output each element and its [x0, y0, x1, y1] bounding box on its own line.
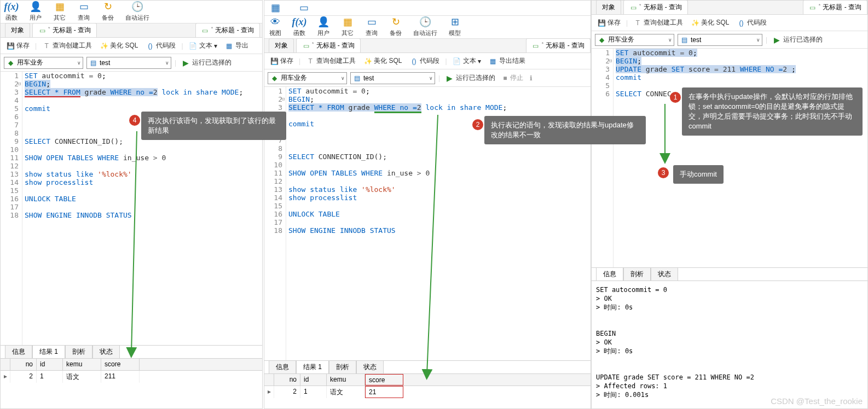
beautify-sql-button[interactable]: ✨美化 SQL: [361, 55, 404, 67]
run-selected-button[interactable]: 运行已选择的: [783, 35, 823, 44]
text-button[interactable]: 📄文本 ▾: [187, 40, 219, 51]
tb-query[interactable]: ▭查询: [77, 0, 90, 22]
doc-tabs: 对象 ▭*无标题 - 查询 ▭*无标题 - 查询: [592, 1, 867, 15]
sql-editor[interactable]: 123456 SET autocommit = 0; ⊟BEGIN; UPDAT…: [592, 49, 867, 267]
tab-untitled-query[interactable]: ▭*无标题 - 查询: [296, 38, 361, 52]
tab-info[interactable]: 信息: [5, 345, 32, 358]
col-id[interactable]: id: [300, 374, 327, 385]
tb-user[interactable]: 👤用户: [317, 15, 330, 37]
snippet-button[interactable]: ()代码段: [734, 17, 769, 28]
tab-status[interactable]: 状态: [356, 360, 384, 373]
tab-object[interactable]: 对象: [269, 38, 294, 52]
stop-icon: ■: [503, 74, 507, 82]
query-builder-button[interactable]: T查询创建工具: [304, 55, 358, 67]
doc-tabs: 对象 ▭*无标题 - 查询 ▭*无标题 - 查询: [264, 39, 591, 53]
schema-icon: ▤: [89, 59, 97, 67]
callout-marker-3: 3: [658, 167, 669, 178]
editor-toolbar: 💾保存 | T查询创建工具 ✨美化 SQL ()代码段 | 📄文本 ▾ ▦导出: [1, 38, 262, 54]
tab-object[interactable]: 对象: [596, 0, 621, 14]
tb-other[interactable]: ▦其它: [53, 0, 66, 22]
play-icon[interactable]: ▶: [183, 59, 189, 67]
schema-icon: ▤: [680, 36, 688, 44]
user-icon: 👤: [317, 15, 330, 28]
chevron-down-icon: ∨: [429, 75, 433, 81]
run-selected-button[interactable]: 运行已选择的: [192, 58, 232, 67]
beautify-sql-button[interactable]: ✨美化 SQL: [688, 17, 731, 28]
db-dropdown[interactable]: ◆用车业务∨: [268, 72, 347, 84]
save-button[interactable]: 💾保存: [4, 40, 32, 51]
save-button[interactable]: 💾保存: [595, 17, 623, 28]
tab-result1[interactable]: 结果 1: [32, 345, 65, 358]
snippet-button[interactable]: ()代码段: [407, 55, 442, 67]
db-dropdown[interactable]: ◆用车业务∨: [595, 34, 674, 46]
tb-backup[interactable]: ↻备份: [389, 15, 402, 37]
schema-dropdown[interactable]: ▤test∨: [86, 57, 171, 69]
tb-other[interactable]: ▦其它: [341, 15, 354, 37]
editor-toolbar: 💾保存 | T查询创建工具 ✨美化 SQL ()代码段 | 📄文本 ▾ ▦导出结…: [264, 53, 591, 69]
schema-dropdown[interactable]: ▤test∨: [350, 72, 435, 84]
export-button[interactable]: ▦导出结果: [487, 55, 528, 67]
query-icon: ▭: [365, 15, 378, 28]
tb-auto[interactable]: 🕒自动运行: [413, 15, 437, 37]
col-id[interactable]: id: [37, 359, 63, 370]
tab-profile[interactable]: 剖析: [329, 360, 356, 373]
tab-info[interactable]: 信息: [269, 360, 296, 373]
tab-profile[interactable]: 剖析: [65, 345, 92, 358]
query-builder-button[interactable]: T查询创建工具: [631, 17, 685, 28]
connection-row: ◆用车业务∨ ▤test∨ | ▶运行已选择的 ■停止 ℹ: [264, 69, 591, 87]
run-selected-button[interactable]: 运行已选择的: [456, 73, 495, 83]
table-row[interactable]: ▸21语文211: [1, 371, 262, 383]
tb-fx[interactable]: f(x)函数: [5, 0, 18, 22]
model-icon: ⊞: [448, 15, 461, 28]
callout-4: 再次执行该语句，发现获取到了该行的最新结果: [141, 112, 286, 140]
col-kemu[interactable]: kemu: [63, 359, 101, 370]
col-no[interactable]: no: [274, 374, 300, 385]
col-no[interactable]: no: [10, 359, 37, 370]
callout-marker-2: 2: [472, 119, 483, 130]
col-kemu[interactable]: kemu: [327, 374, 365, 385]
callout-3: 手动commit: [673, 165, 724, 184]
paren-icon: (): [409, 57, 418, 66]
tab-info[interactable]: 信息: [596, 267, 623, 281]
tab-object[interactable]: 对象: [5, 23, 30, 37]
fx-label: 函数: [5, 14, 18, 22]
col-score[interactable]: score: [365, 374, 403, 385]
play-icon[interactable]: ▶: [774, 36, 780, 44]
tab-untitled-query-2[interactable]: ▭*无标题 - 查询: [803, 0, 867, 14]
tab-untitled-query[interactable]: ▭*无标题 - 查询: [32, 23, 97, 37]
tb-backup[interactable]: ↻备份: [101, 0, 114, 22]
tab-status[interactable]: 状态: [651, 267, 678, 281]
tab-untitled-query-2[interactable]: ▭*无标题 - 查询: [526, 38, 591, 52]
builder-icon: T: [306, 57, 315, 66]
callout-1: 在事务中执行update操作，会默认给对应的行加排他锁；set antocomm…: [682, 87, 863, 136]
export-button[interactable]: ▦导出: [223, 40, 251, 51]
tb-fx[interactable]: f(x)函数: [293, 15, 306, 37]
tb-query[interactable]: ▭查询: [365, 15, 378, 37]
table-row[interactable]: ▸21语文21: [264, 386, 591, 398]
text-button[interactable]: 📄文本 ▾: [450, 55, 483, 67]
schema-dropdown[interactable]: ▤test∨: [678, 34, 762, 46]
db-icon: ◆: [597, 36, 606, 44]
tab-status[interactable]: 状态: [92, 345, 120, 358]
save-button[interactable]: 💾保存: [268, 55, 296, 67]
db-dropdown[interactable]: ◆用车业务∨: [4, 57, 83, 69]
top-toolbar: f(x)函数 👤用户 ▦其它 ▭查询 ↻备份 🕒自动运行: [1, 1, 262, 24]
query-builder-button[interactable]: T查询创建工具: [40, 40, 94, 51]
tb-user[interactable]: 👤用户: [29, 0, 42, 22]
tab-untitled-query[interactable]: ▭*无标题 - 查询: [623, 0, 688, 14]
tb-model[interactable]: ⊞模型: [448, 15, 461, 37]
snippet-button[interactable]: ()代码段: [143, 40, 178, 51]
svg-line-1: [427, 115, 438, 375]
tab-untitled-query-2[interactable]: ▭*无标题 - 查询: [195, 23, 260, 37]
explain-icon[interactable]: ℹ: [530, 74, 533, 82]
tab-result1[interactable]: 结果 1: [296, 360, 329, 373]
wand-icon: ✨: [691, 19, 699, 27]
beautify-sql-button[interactable]: ✨美化 SQL: [97, 40, 140, 51]
tool-icon[interactable]: ▦: [269, 1, 282, 14]
tool-icon[interactable]: ▭: [297, 1, 310, 14]
play-icon[interactable]: ▶: [447, 74, 453, 83]
tab-profile[interactable]: 剖析: [623, 267, 651, 281]
watermark: CSDN @Test_the_rookie: [771, 396, 863, 406]
tb-view[interactable]: 👁视图: [269, 15, 282, 37]
tb-auto[interactable]: 🕒自动运行: [125, 0, 149, 22]
